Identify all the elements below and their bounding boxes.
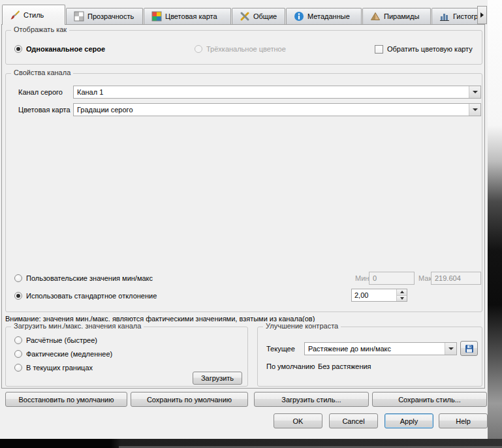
- group-title: Отображать как: [11, 25, 69, 33]
- radio-label: Использовать стандартное отклонение: [26, 292, 157, 300]
- radio-custom-minmax[interactable]: Пользовательские значения мин/макс: [14, 273, 153, 283]
- apply-button[interactable]: Apply: [384, 413, 433, 428]
- arrow-down-icon: [400, 297, 404, 300]
- arrow-right-icon: [480, 12, 484, 18]
- colormap-label: Цветовая карта: [18, 103, 71, 116]
- combo-dropdown-button[interactable]: [469, 86, 480, 98]
- restore-default-style-button[interactable]: Восстановить по умолчанию: [5, 392, 127, 407]
- tab-pyramids[interactable]: Пирамиды: [362, 8, 431, 24]
- contrast-default-value: Без растяжения: [318, 361, 371, 372]
- combo-value: Градации серого: [74, 106, 469, 114]
- floppy-disk-icon: [464, 344, 475, 354]
- raster-properties-dialog: Стиль Прозрачность Цветовая карта Общие: [0, 0, 488, 439]
- spin-down-button[interactable]: [397, 295, 407, 302]
- contrast-combobox[interactable]: Растяжение до мин/макс: [304, 342, 457, 355]
- max-value: 219.604: [435, 274, 461, 282]
- cancel-button[interactable]: Cancel: [329, 413, 378, 428]
- pyramid-icon: [370, 11, 381, 22]
- combo-value: Канал 1: [74, 88, 469, 96]
- combo-value: Растяжение до мин/макс: [305, 345, 445, 353]
- checkerboard-icon: [74, 11, 84, 22]
- radio-label: Трёхканальное цветное: [206, 45, 286, 53]
- paintbrush-icon: [10, 10, 20, 20]
- checkbox-icon: [375, 45, 383, 54]
- tab-label: Цветовая карта: [165, 12, 217, 20]
- ok-button[interactable]: OK: [274, 413, 322, 428]
- checkbox-label: Обратить цветовую карту: [387, 45, 473, 53]
- help-button[interactable]: Help: [439, 413, 488, 428]
- chevron-down-icon: [473, 108, 478, 111]
- min-value: 0: [373, 274, 377, 282]
- contrast-default-label: По умолчанию: [266, 361, 315, 372]
- group-title: Загрузить мин./макс. значения канала: [11, 322, 144, 330]
- radio-label: Расчётные (быстрее): [26, 336, 97, 344]
- radio-unchecked-icon: [14, 364, 22, 372]
- tab-label: Стиль: [24, 11, 44, 19]
- radio-unchecked-icon: [14, 336, 22, 344]
- checkbox-invert-colormap[interactable]: Обратить цветовую карту: [375, 44, 473, 54]
- min-input: 0: [369, 272, 415, 285]
- crossed-tools-icon: [240, 11, 250, 22]
- group-title: Свойства канала: [11, 69, 73, 76]
- combo-dropdown-button[interactable]: [445, 343, 456, 355]
- radio-actual[interactable]: Фактические (медленнее): [14, 349, 112, 359]
- tab-label: Прозрачность: [87, 12, 134, 20]
- min-label: Мин: [355, 272, 369, 285]
- tab-general[interactable]: Общие: [232, 8, 285, 24]
- tab-histogram[interactable]: Гистограмма: [431, 8, 477, 24]
- gray-band-combobox[interactable]: Канал 1: [73, 86, 481, 99]
- info-icon: [294, 11, 304, 22]
- group-title: Улучшение контраста: [263, 322, 341, 330]
- background-right-strip: [488, 0, 502, 448]
- tab-label: Пирамиды: [384, 12, 419, 20]
- tab-label: Метаданные: [307, 12, 350, 20]
- tab-colormap[interactable]: Цветовая карта: [144, 8, 231, 24]
- radio-disabled-icon: [195, 45, 202, 53]
- histogram-icon: [439, 11, 450, 22]
- background-bottom-strip: [0, 439, 502, 448]
- tab-label: Гистограмма: [453, 12, 477, 20]
- colormap-combobox[interactable]: Градации серого: [73, 103, 481, 116]
- radio-estimate[interactable]: Расчётные (быстрее): [14, 335, 97, 345]
- radio-unchecked-icon: [14, 350, 22, 358]
- chevron-down-icon: [473, 91, 478, 93]
- load-button[interactable]: Загрузить: [193, 372, 242, 385]
- save-style-button[interactable]: Сохранить стиль...: [372, 392, 487, 407]
- radio-three-band-color: Трёхканальное цветное: [195, 44, 286, 54]
- radio-label: Фактические (медленнее): [26, 350, 112, 358]
- save-default-style-button[interactable]: Сохранить по умолчанию: [131, 392, 248, 407]
- radio-use-stddev[interactable]: Использовать стандартное отклонение: [14, 291, 157, 301]
- tab-bar: Стиль Прозрачность Цветовая карта Общие: [2, 5, 477, 25]
- spinbox-value: 2,00: [352, 289, 396, 301]
- arrow-up-icon: [400, 291, 404, 293]
- chevron-down-icon: [448, 347, 454, 350]
- combo-dropdown-button[interactable]: [469, 104, 480, 116]
- radio-label: Одноканальное серое: [26, 45, 105, 53]
- contrast-current-label: Текущее: [266, 342, 295, 355]
- save-contrast-button[interactable]: [460, 341, 478, 356]
- spinbox-arrows: [396, 289, 407, 301]
- max-input: 219.604: [431, 272, 481, 285]
- radio-label: В текущих границах: [26, 364, 93, 372]
- radio-checked-icon: [14, 292, 22, 300]
- tab-metadata[interactable]: Метаданные: [286, 8, 362, 24]
- load-style-button[interactable]: Загрузить стиль...: [254, 392, 369, 407]
- tab-scroll-right-button[interactable]: [477, 6, 487, 24]
- stddev-spinbox[interactable]: 2,00: [351, 289, 407, 302]
- color-grid-icon: [151, 11, 162, 22]
- gray-band-label: Канал серого: [18, 86, 63, 99]
- group-contrast-enhancement: Улучшение контраста: [257, 327, 482, 387]
- tab-label: Общие: [253, 12, 277, 20]
- radio-current-extent[interactable]: В текущих границах: [14, 362, 93, 373]
- radio-checked-icon: [14, 45, 22, 53]
- radio-unchecked-icon: [14, 274, 22, 282]
- screen: Стиль Прозрачность Цветовая карта Общие: [0, 0, 502, 448]
- spin-up-button[interactable]: [397, 289, 407, 295]
- tab-style[interactable]: Стиль: [2, 5, 65, 25]
- tab-transparency[interactable]: Прозрачность: [66, 8, 143, 24]
- radio-label: Пользовательские значения мин/макс: [26, 274, 153, 282]
- radio-single-band-gray[interactable]: Одноканальное серое: [14, 44, 105, 54]
